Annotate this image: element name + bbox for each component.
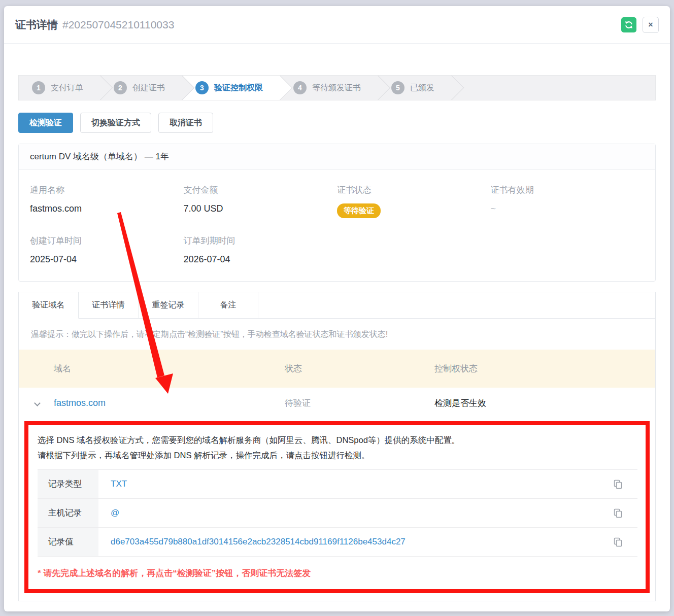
field-value: 7.00 USD (184, 203, 338, 214)
record-value: d6e703a455d79b880a1df3014156e2acb2328514… (111, 528, 612, 556)
certificate-detail-modal: 证书详情 #202507045210110033 × (4, 6, 670, 611)
field-value: ~ (491, 203, 645, 214)
step-number: 5 (391, 81, 405, 94)
tip-text: 温馨提示：做完以下操作后，请不定期点击“检测验证”按钮，手动检查域名验证状态和证… (19, 319, 655, 350)
record-value: @ (111, 499, 612, 527)
warning-text: * 请先完成上述域名的解析，再点击“检测验证”按钮，否则证书无法签发 (38, 567, 637, 579)
step-wizard: 1 支付订单 2 创建证书 3 验证控制权限 4 等待颁发证书 5 已颁发 (18, 75, 656, 100)
close-button[interactable]: × (643, 17, 659, 33)
step-number: 2 (114, 81, 127, 94)
col-status: 状态 (285, 363, 434, 374)
instruction-line-1: 选择 DNS 域名授权验证方式，您需要到您的域名解析服务商（如阿里云、腾讯、DN… (38, 432, 637, 448)
step-pay-order: 1 支付订单 (19, 76, 100, 100)
field-created-time: 创建订单时间 2025-07-04 (30, 235, 184, 265)
step-label: 已颁发 (410, 83, 434, 93)
step-number: 4 (293, 81, 307, 94)
order-id: #202507045210110033 (62, 19, 174, 31)
dns-annotation-box: 选择 DNS 域名授权验证方式，您需要到您的域名解析服务商（如阿里云、腾讯、DN… (24, 421, 650, 593)
tab-bar: 验证域名 证书详情 重签记录 备注 (19, 292, 655, 319)
refresh-button[interactable] (621, 17, 636, 32)
step-number: 3 (195, 81, 209, 94)
record-label: 主机记录 (38, 499, 98, 527)
header-buttons: × (621, 17, 659, 33)
step-wait-issue: 4 等待颁发证书 (280, 76, 378, 100)
domain-status: 待验证 (285, 397, 434, 409)
field-cert-validity: 证书有效期 ~ (491, 184, 645, 218)
domain-table-header: 域名 状态 控制权状态 (19, 350, 655, 388)
detail-tab-panel: 验证域名 证书详情 重签记录 备注 温馨提示：做完以下操作后，请不定期点击“检测… (18, 292, 656, 601)
tab-resign-records[interactable]: 重签记录 (139, 292, 198, 318)
field-label: 证书有效期 (491, 184, 645, 196)
col-domain: 域名 (54, 363, 285, 374)
field-label: 证书状态 (337, 184, 491, 196)
field-label: 通用名称 (30, 184, 184, 196)
field-value: fastmos.com (30, 203, 184, 214)
field-expire-time: 订单到期时间 2026-07-04 (184, 235, 338, 265)
modal-body: 1 支付订单 2 创建证书 3 验证控制权限 4 等待颁发证书 5 已颁发 检测… (4, 75, 670, 601)
step-number: 1 (32, 81, 45, 94)
cancel-cert-button[interactable]: 取消证书 (158, 113, 213, 133)
step-label: 创建证书 (132, 83, 165, 93)
tab-verify-domain[interactable]: 验证域名 (19, 292, 79, 319)
instruction-line-2: 请根据下列提示，再域名管理处添加 DNS 解析记录，操作完成后，请点击按钮进行检… (38, 448, 637, 463)
refresh-icon (624, 20, 633, 29)
copy-icon (612, 536, 623, 547)
tab-cert-detail[interactable]: 证书详情 (79, 292, 139, 318)
chevron-down-icon[interactable] (34, 400, 41, 406)
step-label: 等待颁发证书 (312, 83, 361, 93)
certificate-fields: 通用名称 fastmos.com 支付金额 7.00 USD 证书状态 等待验证… (19, 169, 655, 281)
domain-row: fastmos.com 待验证 检测是否生效 (19, 388, 655, 418)
field-cert-status: 证书状态 等待验证 (337, 184, 491, 218)
copy-button[interactable] (612, 499, 637, 527)
switch-method-button[interactable]: 切换验证方式 (80, 113, 151, 133)
dns-record-table: 记录类型 TXT 主机记录 (38, 469, 637, 557)
modal-header: 证书详情 #202507045210110033 × (4, 6, 670, 44)
dns-record-row-host: 主机记录 @ (38, 499, 637, 528)
product-title: certum DV 域名级（单域名） — 1年 (19, 144, 655, 169)
field-label: 支付金额 (184, 184, 338, 196)
page-title: 证书详情 (15, 18, 58, 32)
field-label: 创建订单时间 (30, 235, 184, 247)
record-value: TXT (111, 470, 612, 498)
copy-icon (612, 478, 623, 490)
field-pay-amount: 支付金额 7.00 USD (184, 184, 338, 218)
domain-link[interactable]: fastmos.com (54, 398, 285, 408)
copy-button[interactable] (612, 470, 637, 498)
field-common-name: 通用名称 fastmos.com (30, 184, 184, 218)
certificate-panel: certum DV 域名级（单域名） — 1年 通用名称 fastmos.com… (18, 144, 656, 282)
record-label: 记录值 (38, 528, 98, 556)
record-label: 记录类型 (38, 470, 98, 498)
dns-record-row-value: 记录值 d6e703a455d79b880a1df3014156e2acb232… (38, 528, 637, 557)
check-verify-button[interactable]: 检测验证 (18, 113, 73, 133)
step-label: 验证控制权限 (214, 83, 263, 93)
close-icon: × (648, 20, 653, 29)
copy-button[interactable] (612, 528, 637, 556)
field-value: 2025-07-04 (30, 254, 184, 265)
tab-remark[interactable]: 备注 (198, 292, 258, 318)
col-control: 控制权状态 (434, 363, 655, 374)
field-label: 订单到期时间 (184, 235, 338, 247)
action-toolbar: 检测验证 切换验证方式 取消证书 (18, 113, 656, 133)
dns-record-row-type: 记录类型 TXT (38, 470, 637, 499)
step-label: 支付订单 (51, 83, 83, 93)
status-badge: 等待验证 (337, 203, 381, 218)
step-verify-control: 3 验证控制权限 (182, 76, 280, 100)
copy-icon (612, 507, 623, 519)
control-status: 检测是否生效 (434, 397, 655, 409)
field-value: 2026-07-04 (184, 254, 338, 265)
